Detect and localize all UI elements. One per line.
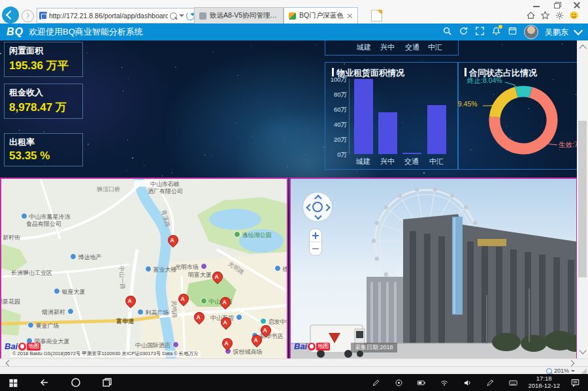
photo-canvas[interactable] — [291, 179, 576, 359]
x-axis-label: 兴中 — [374, 157, 400, 166]
resize-grip[interactable] — [581, 368, 587, 374]
start-button[interactable] — [5, 375, 21, 390]
browser-chrome: http://172.21.8.86/portal/app/dashboard?… — [0, 0, 588, 24]
map-label: 博达地产 — [70, 253, 102, 262]
notification-badge — [498, 25, 502, 29]
back-button[interactable] — [2, 7, 19, 23]
map-label: 酒厂有限公司 — [148, 187, 183, 196]
screen: http://172.21.8.86/portal/app/dashboard?… — [0, 0, 588, 391]
baidu-map-logo: Bai 地图 — [5, 341, 41, 351]
chevron-down-icon[interactable] — [574, 26, 583, 35]
y-tick-label: 100万 — [327, 76, 347, 84]
pan-center-icon[interactable] — [312, 202, 323, 212]
pan-compass-control[interactable] — [302, 192, 333, 222]
bar-chart-panel[interactable]: 物业租赁面积情况 100万80万60万40万20万0万 城建兴中交通中汇 — [325, 62, 459, 170]
scroll-left-icon[interactable] — [6, 360, 12, 367]
settings-gear-icon[interactable] — [555, 10, 564, 20]
vertical-scrollbar[interactable] — [577, 40, 588, 358]
map-label: 利高广场 — [137, 309, 169, 317]
x-axis-label: 中汇 — [423, 157, 449, 166]
donut-chart-panel[interactable]: 合同状态占比情况 终止:8.04% 19.45% 生效:72. — [457, 62, 578, 170]
baidu-map-panel[interactable]: 狮滘口桥中山市石岐酒厂有限公司 中山市晨星冷冻食品有限公司新村街 逸仙湖公园 博… — [0, 178, 288, 359]
user-avatar[interactable] — [524, 25, 538, 39]
taskbar-clock[interactable]: 17:18 2018-12-12 — [528, 375, 560, 390]
tab-bq-portal[interactable]: BQ门户深蓝色 — [284, 7, 358, 23]
feedback-smiley-icon[interactable] — [569, 10, 579, 20]
forward-button[interactable] — [22, 10, 34, 22]
x-axis-label: 城建 — [350, 157, 376, 166]
scroll-right-icon[interactable] — [568, 360, 575, 367]
clipped-chart-axis: 城建兴中交通中汇 — [325, 40, 459, 55]
y-tick-label: 0万 — [327, 151, 347, 159]
fullscreen-icon[interactable] — [475, 26, 485, 39]
zoom-out-icon[interactable] — [312, 248, 319, 249]
cortana-button[interactable] — [68, 375, 84, 390]
home-icon[interactable] — [526, 10, 536, 20]
baidu-logo-text: Bai — [5, 341, 18, 351]
pan-down-icon[interactable] — [314, 212, 321, 219]
scrollbar-thumb[interactable] — [578, 121, 587, 277]
tab-strip: 致远A8-V5协同管理软件 V6.0... BQ门户深蓝色 — [194, 7, 358, 23]
scroll-down-icon[interactable] — [579, 347, 586, 354]
baidu-logo-suffix: 地图 — [27, 343, 41, 351]
user-name: 吴鹏东 — [545, 27, 568, 38]
scroll-up-icon[interactable] — [579, 44, 586, 52]
search-icon[interactable] — [170, 12, 177, 20]
touch-keyboard-icon[interactable] — [505, 375, 521, 390]
pan-up-icon[interactable] — [314, 195, 321, 202]
donut-label-clipped: 19.45% — [457, 100, 478, 108]
tab-favicon — [289, 12, 296, 20]
ink-workspace-icon[interactable] — [482, 375, 498, 390]
baidu-paw-icon — [308, 343, 316, 351]
task-view-button[interactable] — [99, 375, 115, 390]
kpi-label: 闲置面积 — [9, 45, 82, 57]
y-tick-label: 20万 — [327, 136, 347, 144]
notifications-bell-icon[interactable] — [491, 26, 501, 39]
action-center-icon[interactable] — [567, 375, 583, 390]
clock-date: 2018-12-12 — [528, 383, 560, 390]
tab-favicon — [199, 12, 206, 20]
favorites-star-icon[interactable] — [540, 10, 550, 20]
zoom-magnifier-icon — [546, 368, 552, 374]
donut-slice-unnamed[interactable] — [495, 92, 516, 117]
search-icon[interactable] — [442, 26, 452, 39]
forward-arrow-icon — [24, 12, 29, 18]
bar-兴中[interactable] — [378, 112, 397, 154]
photo-zoom-control[interactable] — [309, 228, 322, 256]
map-label: 中山一路 — [117, 266, 127, 290]
tab-seeyon[interactable]: 致远A8-V5协同管理软件 V6.0... — [194, 7, 284, 23]
pan-right-icon[interactable] — [323, 204, 330, 211]
bar-中汇[interactable] — [427, 105, 446, 154]
bar-交通[interactable] — [402, 153, 421, 154]
baidu-map-logo: Bai 地图 — [294, 341, 330, 351]
url-text[interactable]: http://172.21.8.86/portal/app/dashboard?… — [49, 12, 168, 20]
address-bar[interactable]: http://172.21.8.86/portal/app/dashboard?… — [37, 8, 197, 23]
new-tab-button[interactable] — [371, 10, 382, 22]
map-label: 长洲狮山工业区 — [11, 269, 52, 277]
map-label: 中山国际酒店 — [135, 341, 179, 350]
calendar-icon[interactable] — [508, 26, 517, 39]
tab-title: 致远A8-V5协同管理软件 V6.0... — [210, 11, 278, 20]
location-icon[interactable] — [391, 375, 406, 390]
photo-capture-date: 采集日期:2018 — [351, 343, 397, 352]
back-button[interactable] — [37, 375, 52, 390]
back-arrow-icon — [6, 10, 15, 20]
app-title: 欢迎使用BQ商业智能分析系统 — [29, 26, 143, 38]
pen-icon[interactable] — [368, 375, 384, 390]
map-label: 凤鸣路 — [169, 300, 178, 319]
volume-icon[interactable] — [459, 375, 475, 390]
close-tab-icon[interactable] — [347, 13, 353, 19]
bq-logo: BQ — [7, 26, 24, 38]
page-favicon — [39, 12, 47, 20]
zoom-caret-icon — [571, 370, 575, 372]
autocomplete-dropdown-icon[interactable] — [179, 14, 184, 17]
zoom-in-icon[interactable] — [312, 235, 319, 236]
refresh-icon[interactable] — [459, 26, 468, 39]
y-tick-label: 40万 — [327, 121, 347, 129]
battery-icon[interactable] — [414, 375, 429, 390]
bar-城建[interactable] — [354, 79, 373, 154]
street-photo-panel[interactable]: Bai 地图 采集日期:2018 — [289, 178, 578, 359]
donut-slice-终止[interactable] — [516, 91, 531, 92]
kpi-label: 租金收入 — [9, 87, 82, 99]
wifi-icon[interactable] — [436, 375, 452, 390]
